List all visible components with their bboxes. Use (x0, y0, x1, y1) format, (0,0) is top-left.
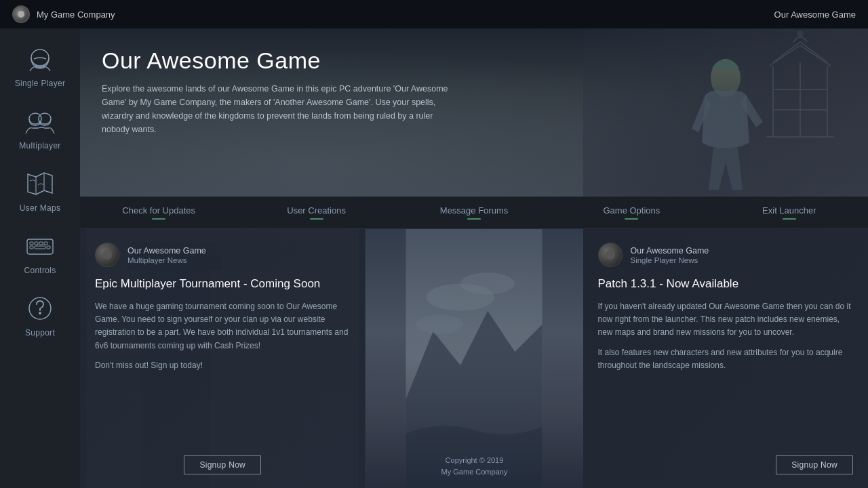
news-header-sub-singleplayer: Single Player News (631, 256, 709, 264)
sidebar-item-user-maps[interactable]: User Maps (0, 163, 80, 218)
news-header-text-multiplayer: Our Awesome Game Multiplayer News (127, 246, 206, 264)
sidebar-label-multiplayer: Multiplayer (19, 141, 60, 150)
nav-underline-exit-launcher (783, 218, 796, 220)
nav-item-exit-launcher[interactable]: Exit Launcher (711, 197, 868, 228)
center-copyright: Copyright © 2019 My Game Company (441, 455, 508, 479)
hero-character-svg (665, 47, 787, 197)
sidebar-item-support[interactable]: Support (0, 287, 80, 343)
svg-rect-8 (39, 242, 43, 245)
news-header-multiplayer: Our Awesome Game Multiplayer News (95, 243, 350, 267)
sidebar: Single Player Multiplayer (0, 28, 80, 488)
svg-point-30 (460, 272, 515, 294)
copyright-line2: My Game Company (441, 468, 508, 476)
svg-rect-9 (44, 242, 47, 245)
nav-item-message-forums[interactable]: Message Forums (395, 197, 553, 228)
main-layout: Single Player Multiplayer (0, 28, 868, 488)
svg-rect-12 (47, 246, 50, 249)
nav-item-check-updates[interactable]: Check for Updates (80, 197, 237, 228)
sidebar-label-controls: Controls (24, 266, 56, 275)
news-header-title-singleplayer: Our Awesome Game (631, 246, 709, 256)
top-game-title: Our Awesome Game (774, 9, 856, 20)
center-landscape (366, 229, 583, 488)
news-logo-inner-singleplayer (606, 250, 615, 260)
nav-label-game-options: Game Options (604, 205, 660, 216)
news-header-text-singleplayer: Our Awesome Game Single Player News (631, 246, 709, 264)
sidebar-item-multiplayer[interactable]: Multiplayer (0, 100, 80, 156)
nav-item-game-options[interactable]: Game Options (553, 197, 710, 228)
brand-section: My Game Company (12, 5, 115, 23)
controls-icon (22, 230, 58, 262)
news-header-sub-multiplayer: Multiplayer News (127, 256, 206, 264)
nav-underline-game-options (625, 218, 638, 220)
svg-point-14 (39, 312, 41, 314)
news-body-p2-singleplayer: It also features new characters and new … (598, 346, 853, 372)
brand-logo-icon (12, 5, 30, 23)
news-card-singleplayer: Our Awesome Game Single Player News Patc… (583, 229, 868, 488)
multiplayer-icon (22, 106, 58, 137)
svg-rect-11 (35, 246, 45, 249)
news-card-center: Copyright © 2019 My Game Company (366, 229, 583, 488)
svg-rect-7 (35, 242, 38, 245)
nav-label-exit-launcher: Exit Launcher (762, 205, 816, 216)
news-body-p1-singleplayer: If you haven't already updated Our Aweso… (598, 300, 853, 340)
content-area: Our Awesome Game Explore the awesome lan… (80, 28, 868, 488)
svg-rect-6 (30, 242, 33, 245)
sidebar-item-single-player[interactable]: Single Player (0, 38, 80, 94)
signup-button-singleplayer[interactable]: Signup Now (776, 455, 853, 474)
top-bar: My Game Company Our Awesome Game (0, 0, 868, 28)
signup-button-multiplayer[interactable]: Signup Now (184, 455, 261, 474)
copyright-line1: Copyright © 2019 (446, 456, 504, 464)
svg-rect-5 (27, 239, 53, 254)
svg-point-19 (797, 31, 803, 37)
news-header-singleplayer: Our Awesome Game Single Player News (598, 243, 853, 267)
news-section: Our Awesome Game Multiplayer News Epic M… (80, 229, 868, 488)
news-logo-multiplayer (95, 243, 119, 267)
news-body-singleplayer: If you haven't already updated Our Aweso… (598, 300, 853, 447)
nav-label-check-updates: Check for Updates (122, 205, 195, 216)
nav-label-user-creations: User Creations (287, 205, 346, 216)
svg-rect-10 (30, 246, 33, 249)
sidebar-item-controls[interactable]: Controls (0, 225, 80, 281)
news-logo-singleplayer (598, 243, 623, 267)
hero-banner: Our Awesome Game Explore the awesome lan… (80, 28, 868, 197)
news-footer-singleplayer: Signup Now (598, 455, 853, 474)
news-headline-singleplayer: Patch 1.3.1 - Now Available (598, 277, 853, 292)
news-body-p1-multiplayer: We have a huge gaming tournament coming … (95, 300, 350, 352)
news-body-multiplayer: We have a huge gaming tournament coming … (95, 300, 350, 447)
nav-underline-user-creations (310, 218, 323, 220)
news-footer-multiplayer: Signup Now (95, 455, 350, 474)
nav-item-user-creations[interactable]: User Creations (237, 197, 395, 228)
nav-underline-message-forums (467, 218, 481, 220)
news-headline-multiplayer: Epic Multiplayer Tournament - Coming Soo… (95, 277, 350, 292)
sidebar-label-single-player: Single Player (15, 79, 66, 88)
hero-character (665, 47, 787, 197)
nav-label-message-forums: Message Forums (440, 205, 508, 216)
support-icon (22, 293, 58, 324)
news-logo-inner-multiplayer (102, 250, 112, 260)
user-maps-icon (22, 168, 58, 199)
svg-point-2 (39, 113, 51, 124)
news-header-title-multiplayer: Our Awesome Game (127, 246, 206, 256)
hero-description: Explore the awesome lands of our Awesome… (102, 82, 452, 136)
sidebar-label-support: Support (25, 328, 55, 338)
nav-underline-check-updates (152, 218, 165, 220)
svg-point-31 (416, 315, 464, 334)
hero-title: Our Awesome Game (102, 47, 452, 74)
news-body-p2-multiplayer: Don't miss out! Sign up today! (95, 359, 350, 372)
nav-bar: Check for Updates User Creations Message… (80, 197, 868, 229)
hero-text: Our Awesome Game Explore the awesome lan… (80, 28, 473, 155)
single-player-icon (22, 43, 58, 75)
news-card-multiplayer: Our Awesome Game Multiplayer News Epic M… (80, 229, 366, 488)
sidebar-label-user-maps: User Maps (20, 203, 61, 213)
brand-name: My Game Company (37, 9, 115, 20)
